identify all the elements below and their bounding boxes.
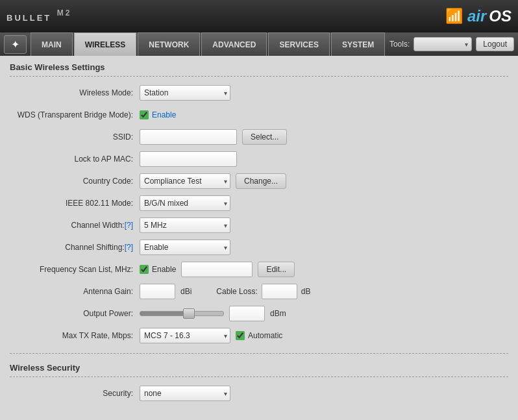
security-select[interactable]: none WEP WPA WPA2 bbox=[140, 386, 230, 401]
country-code-change-button[interactable]: Change... bbox=[236, 173, 286, 189]
wds-label: WDS (Transparent Bridge Mode): bbox=[10, 110, 140, 119]
freq-scan-input[interactable]: 2424 bbox=[181, 262, 253, 277]
ssid-select-button[interactable]: Select... bbox=[242, 129, 287, 145]
wireless-mode-control: Station Access Point AP-Repeater bbox=[140, 85, 508, 101]
security-label: Security: bbox=[10, 389, 140, 398]
tab-services[interactable]: SERVICES bbox=[268, 32, 329, 56]
wireless-mode-row: Wireless Mode: Station Access Point AP-R… bbox=[10, 84, 508, 101]
freq-scan-checkbox[interactable] bbox=[140, 265, 149, 274]
channel-shifting-row: Channel Shifting:[?] Enable Disable bbox=[10, 239, 508, 256]
channel-width-select[interactable]: 5 MHz 10 MHz 20 MHz 40 MHz bbox=[140, 217, 230, 233]
cable-loss-wrap: Cable Loss: 1 dB bbox=[216, 284, 310, 299]
cable-loss-input[interactable]: 1 bbox=[262, 284, 297, 299]
main-content: Basic Wireless Settings Wireless Mode: S… bbox=[0, 56, 518, 420]
wireless-mode-select[interactable]: Station Access Point AP-Repeater bbox=[140, 85, 230, 101]
channel-width-control: 5 MHz 10 MHz 20 MHz 40 MHz bbox=[140, 217, 508, 233]
max-tx-auto-checkbox[interactable] bbox=[236, 331, 245, 340]
home-icon-button[interactable]: ✦ bbox=[4, 35, 27, 54]
wifi-signal-icon: 📶 bbox=[445, 8, 463, 25]
product-logo: BULLET M2 bbox=[6, 8, 72, 24]
cable-loss-unit: dB bbox=[301, 287, 311, 296]
antenna-gain-row: Antenna Gain: 0 dBi Cable Loss: 1 dB bbox=[10, 283, 508, 300]
freq-scan-enable-label: Enable bbox=[152, 265, 176, 274]
tab-system[interactable]: SYSTEM bbox=[331, 32, 385, 56]
country-code-row: Country Code: Compliance Test United Sta… bbox=[10, 173, 508, 190]
lock-ap-mac-label: Lock to AP MAC: bbox=[10, 154, 140, 164]
freq-scan-row: Frequency Scan List, MHz: Enable 2424 Ed… bbox=[10, 261, 508, 278]
country-code-control: Compliance Test United States Germany Ch… bbox=[140, 173, 508, 189]
freq-scan-edit-button[interactable]: Edit... bbox=[258, 262, 295, 277]
country-code-select-wrapper: Compliance Test United States Germany bbox=[140, 173, 230, 189]
wds-row: WDS (Transparent Bridge Mode): Enable bbox=[10, 106, 508, 123]
channel-shifting-select[interactable]: Enable Disable bbox=[140, 240, 230, 255]
output-power-input[interactable]: 20 bbox=[229, 306, 265, 321]
tab-main[interactable]: MAIN bbox=[31, 32, 73, 56]
airos-logo: 📶 airOS bbox=[445, 7, 512, 25]
logout-button[interactable]: Logout bbox=[476, 37, 514, 51]
output-power-control: 20 dBm bbox=[140, 306, 508, 321]
ssid-input[interactable]: HAMNET bbox=[140, 129, 237, 145]
output-power-slider[interactable] bbox=[140, 311, 224, 316]
security-select-wrapper: none WEP WPA WPA2 bbox=[140, 386, 230, 401]
tab-network[interactable]: NETWORK bbox=[138, 32, 200, 56]
channel-shifting-help-link[interactable]: [?] bbox=[125, 243, 133, 252]
country-code-label: Country Code: bbox=[10, 177, 140, 186]
wds-control: Enable bbox=[140, 110, 508, 119]
channel-width-row: Channel Width:[?] 5 MHz 10 MHz 20 MHz 40… bbox=[10, 217, 508, 234]
tab-advanced[interactable]: ADVANCED bbox=[201, 32, 267, 56]
lock-ap-mac-input[interactable]: 00:0C:42:1F:40:14 bbox=[140, 151, 237, 167]
wds-checkbox[interactable] bbox=[140, 110, 149, 119]
output-power-row: Output Power: 20 dBm bbox=[10, 305, 508, 322]
freq-scan-checkbox-wrap: Enable bbox=[140, 265, 176, 274]
security-row: Security: none WEP WPA WPA2 bbox=[10, 385, 508, 402]
ssid-label: SSID: bbox=[10, 132, 140, 142]
tools-label: Tools: bbox=[389, 40, 410, 49]
antenna-gain-label: Antenna Gain: bbox=[10, 287, 140, 296]
ieee-mode-select[interactable]: B/G/N mixed B only G only N only bbox=[140, 195, 230, 211]
antenna-gain-input[interactable]: 0 bbox=[140, 284, 175, 299]
max-tx-rate-control: MCS 7 - 16.3 MCS 6 - 13.0 MCS 5 - 9.75 A… bbox=[140, 328, 508, 343]
output-power-slider-wrap: 20 dBm bbox=[140, 306, 286, 321]
max-tx-rate-select[interactable]: MCS 7 - 16.3 MCS 6 - 13.0 MCS 5 - 9.75 bbox=[140, 328, 230, 343]
ssid-row: SSID: HAMNET Select... bbox=[10, 129, 508, 145]
channel-shifting-control: Enable Disable bbox=[140, 240, 508, 255]
freq-scan-label: Frequency Scan List, MHz: bbox=[10, 265, 140, 274]
ssid-control: HAMNET Select... bbox=[140, 129, 508, 145]
output-power-unit: dBm bbox=[270, 309, 286, 318]
tools-area: Tools: ▾ Logout bbox=[389, 37, 514, 51]
channel-shifting-label: Channel Shifting:[?] bbox=[10, 243, 140, 252]
wireless-mode-select-wrapper: Station Access Point AP-Repeater bbox=[140, 85, 230, 101]
os-label: OS bbox=[489, 7, 512, 25]
lock-ap-mac-row: Lock to AP MAC: 00:0C:42:1F:40:14 bbox=[10, 151, 508, 167]
section-separator bbox=[10, 353, 508, 354]
cable-loss-label: Cable Loss: bbox=[216, 287, 257, 296]
lock-ap-mac-control: 00:0C:42:1F:40:14 bbox=[140, 151, 508, 167]
channel-width-help-link[interactable]: [?] bbox=[125, 221, 133, 230]
channel-shifting-select-wrapper: Enable Disable bbox=[140, 240, 230, 255]
max-tx-rate-row: Max TX Rate, Mbps: MCS 7 - 16.3 MCS 6 - … bbox=[10, 327, 508, 344]
tools-wrapper: ▾ bbox=[413, 37, 472, 51]
max-tx-rate-select-wrapper: MCS 7 - 16.3 MCS 6 - 13.0 MCS 5 - 9.75 bbox=[140, 328, 230, 343]
wds-enable-label: Enable bbox=[152, 110, 176, 119]
ieee-mode-row: IEEE 802.11 Mode: B/G/N mixed B only G o… bbox=[10, 195, 508, 212]
antenna-gain-unit: dBi bbox=[180, 287, 191, 296]
air-label: air bbox=[467, 7, 486, 25]
output-power-label: Output Power: bbox=[10, 309, 140, 318]
max-tx-auto-checkbox-wrap: Automatic bbox=[236, 331, 282, 340]
basic-wireless-title: Basic Wireless Settings bbox=[10, 62, 508, 77]
country-code-select[interactable]: Compliance Test United States Germany bbox=[140, 173, 230, 189]
navbar: ✦ MAIN WIRELESS NETWORK ADVANCED SERVICE… bbox=[0, 32, 518, 56]
wds-checkbox-wrap: Enable bbox=[140, 110, 176, 119]
tab-wireless[interactable]: WIRELESS bbox=[74, 32, 137, 56]
max-tx-rate-label: Max TX Rate, Mbps: bbox=[10, 331, 140, 340]
tools-select[interactable] bbox=[413, 37, 472, 51]
ieee-mode-select-wrapper: B/G/N mixed B only G only N only bbox=[140, 195, 230, 211]
ieee-mode-label: IEEE 802.11 Mode: bbox=[10, 199, 140, 208]
antenna-gain-control: 0 dBi Cable Loss: 1 dB bbox=[140, 284, 508, 299]
channel-width-select-wrapper: 5 MHz 10 MHz 20 MHz 40 MHz bbox=[140, 217, 230, 233]
logo-text: BULLET M2 bbox=[6, 8, 72, 24]
header: BULLET M2 📶 airOS bbox=[0, 0, 518, 32]
security-control: none WEP WPA WPA2 bbox=[140, 386, 508, 401]
freq-scan-control: Enable 2424 Edit... bbox=[140, 262, 508, 277]
channel-width-label: Channel Width:[?] bbox=[10, 221, 140, 230]
